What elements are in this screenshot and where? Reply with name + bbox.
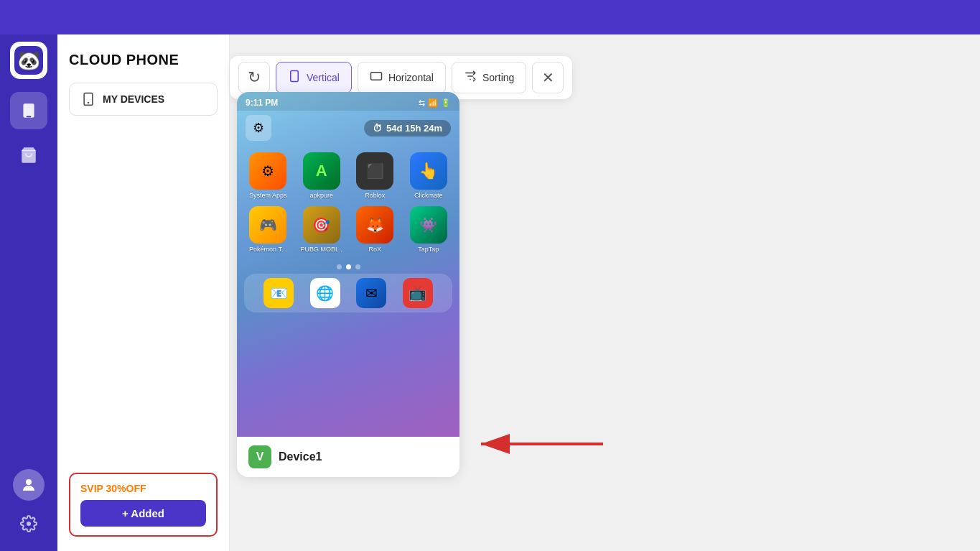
apkpure-icon: A bbox=[303, 152, 340, 190]
sidebar-item-cart[interactable] bbox=[10, 136, 47, 174]
apps-grid-row1: ⚙ System Apps A apkpure ⬛ R bbox=[237, 145, 459, 206]
added-button[interactable]: + Added bbox=[80, 500, 206, 527]
app-apkpure[interactable]: A apkpure bbox=[297, 152, 347, 199]
my-devices-label: MY DEVICES bbox=[103, 93, 164, 105]
apps-grid-row2: 🎮 Pokémon T... 🎯 PUBG MOBI... 🦊 bbox=[237, 206, 459, 260]
device-icon bbox=[81, 92, 95, 106]
content-area: ↻ Vertical Horizontal bbox=[230, 34, 980, 551]
phone-header-row: ⚙ ⏱ 54d 15h 24m bbox=[237, 111, 459, 145]
red-arrow-indicator bbox=[467, 422, 610, 468]
top-bar bbox=[0, 0, 980, 34]
taptap-label: TapTap bbox=[418, 246, 439, 253]
pubg-icon: 🎯 bbox=[303, 206, 340, 244]
settings-button[interactable] bbox=[13, 508, 45, 540]
cloud-phone-icon bbox=[19, 101, 38, 120]
panda-icon: 🐼 bbox=[17, 50, 40, 72]
horizontal-label: Horizontal bbox=[388, 72, 434, 83]
app-taptap[interactable]: 👾 TapTap bbox=[403, 206, 454, 253]
dock-app-3[interactable]: ✉ bbox=[356, 278, 386, 308]
dot-1 bbox=[337, 264, 342, 269]
pubg-label: PUBG MOBI... bbox=[300, 246, 342, 253]
taptap-icon: 👾 bbox=[410, 206, 447, 244]
battery-icon: 🔋 bbox=[441, 98, 451, 108]
phone-settings-gear[interactable]: ⚙ bbox=[246, 115, 271, 141]
phone-status-bar: 9:11 PM ⇆ 📶 🔋 bbox=[237, 92, 459, 111]
refresh-icon: ↻ bbox=[248, 68, 261, 87]
app-clickmate[interactable]: 👆 Clickmate bbox=[403, 152, 454, 199]
rox-icon: 🦊 bbox=[356, 206, 393, 244]
device-card: 9:11 PM ⇆ 📶 🔋 ⚙ ⏱ 54d 15h 24m bbox=[237, 92, 459, 477]
device-card-footer: V Device1 bbox=[237, 437, 459, 477]
pokemon-label: Pokémon T... bbox=[249, 246, 286, 253]
apkpure-label: apkpure bbox=[309, 192, 333, 199]
app-pokemon[interactable]: 🎮 Pokémon T... bbox=[243, 206, 294, 253]
sorting-icon bbox=[464, 70, 477, 85]
system-apps-icon: ⚙ bbox=[249, 152, 286, 190]
timer-icon: ⏱ bbox=[373, 123, 382, 134]
svip-promo-box: SVIP 30%OFF + Added bbox=[69, 473, 218, 537]
vertical-label: Vertical bbox=[307, 72, 340, 83]
logo-icon: 🐼 bbox=[14, 46, 43, 75]
device-name: Device1 bbox=[279, 450, 322, 463]
sorting-button[interactable]: Sorting bbox=[452, 62, 526, 93]
wifi-icon: 📶 bbox=[428, 98, 438, 108]
horizontal-button[interactable]: Horizontal bbox=[358, 62, 446, 93]
avatar[interactable] bbox=[13, 469, 45, 501]
sidebar-icons: 🐼 bbox=[0, 34, 57, 551]
svg-rect-1 bbox=[27, 116, 32, 118]
system-apps-label: System Apps bbox=[249, 192, 287, 199]
roblox-icon: ⬛ bbox=[356, 152, 393, 190]
dock-app-1[interactable]: 📧 bbox=[263, 278, 294, 308]
app-pubg[interactable]: 🎯 PUBG MOBI... bbox=[297, 206, 347, 253]
svip-highlight: 30%OFF bbox=[106, 483, 146, 494]
vertical-button[interactable]: Vertical bbox=[276, 62, 352, 93]
cart-icon bbox=[19, 146, 38, 165]
clickmate-icon: 👆 bbox=[410, 152, 447, 190]
sorting-label: Sorting bbox=[482, 72, 514, 83]
dot-2 bbox=[346, 264, 351, 269]
logo[interactable]: 🐼 bbox=[10, 42, 47, 79]
horizontal-layout-icon bbox=[370, 70, 383, 83]
sidebar-panel: CLOUD PHONE MY DEVICES SVIP 30%OFF + Add… bbox=[57, 34, 230, 551]
panel-title: CLOUD PHONE bbox=[69, 52, 218, 68]
roblox-label: Roblox bbox=[365, 192, 385, 199]
vertical-layout-icon bbox=[288, 70, 301, 83]
close-button[interactable]: ✕ bbox=[532, 62, 564, 93]
sort-icon bbox=[464, 70, 477, 83]
svg-rect-0 bbox=[23, 103, 34, 118]
app-rox[interactable]: 🦊 RoX bbox=[350, 206, 401, 253]
close-icon: ✕ bbox=[542, 69, 554, 86]
phone-page-dots bbox=[237, 260, 459, 274]
pokemon-icon: 🎮 bbox=[249, 206, 286, 244]
dock-app-2[interactable]: 🌐 bbox=[310, 278, 340, 308]
arrow-svg bbox=[467, 422, 610, 466]
timer-value: 54d 15h 24m bbox=[386, 123, 442, 134]
dot-3 bbox=[355, 264, 360, 269]
sidebar-item-cloud-phone[interactable] bbox=[10, 92, 47, 129]
clickmate-label: Clickmate bbox=[414, 192, 443, 199]
added-label: + Added bbox=[122, 507, 164, 519]
cast-icon: ⇆ bbox=[419, 98, 425, 108]
svg-rect-6 bbox=[291, 71, 299, 82]
rox-label: RoX bbox=[368, 246, 381, 253]
svg-point-3 bbox=[26, 479, 32, 485]
my-devices-button[interactable]: MY DEVICES bbox=[69, 83, 218, 116]
dock-app-4[interactable]: 📺 bbox=[403, 278, 433, 308]
svip-title: SVIP 30%OFF bbox=[80, 483, 206, 494]
app-roblox[interactable]: ⬛ Roblox bbox=[350, 152, 401, 199]
avatar-icon bbox=[20, 476, 37, 494]
device-v-icon: V bbox=[248, 445, 271, 468]
phone-time: 9:11 PM bbox=[246, 98, 278, 108]
svg-rect-7 bbox=[370, 73, 381, 80]
app-system-apps[interactable]: ⚙ System Apps bbox=[243, 152, 294, 199]
sidebar-bottom bbox=[13, 469, 45, 540]
timer-badge: ⏱ 54d 15h 24m bbox=[364, 120, 451, 136]
phone-screen: 9:11 PM ⇆ 📶 🔋 ⚙ ⏱ 54d 15h 24m bbox=[237, 92, 459, 437]
svip-prefix: SVIP bbox=[80, 483, 103, 494]
settings-icon bbox=[20, 515, 37, 532]
refresh-button[interactable]: ↻ bbox=[238, 62, 270, 93]
phone-dock: 📧 🌐 ✉ 📺 bbox=[244, 274, 452, 312]
horizontal-icon bbox=[370, 70, 383, 85]
vertical-icon bbox=[288, 70, 301, 85]
phone-status-icons: ⇆ 📶 🔋 bbox=[419, 98, 451, 108]
